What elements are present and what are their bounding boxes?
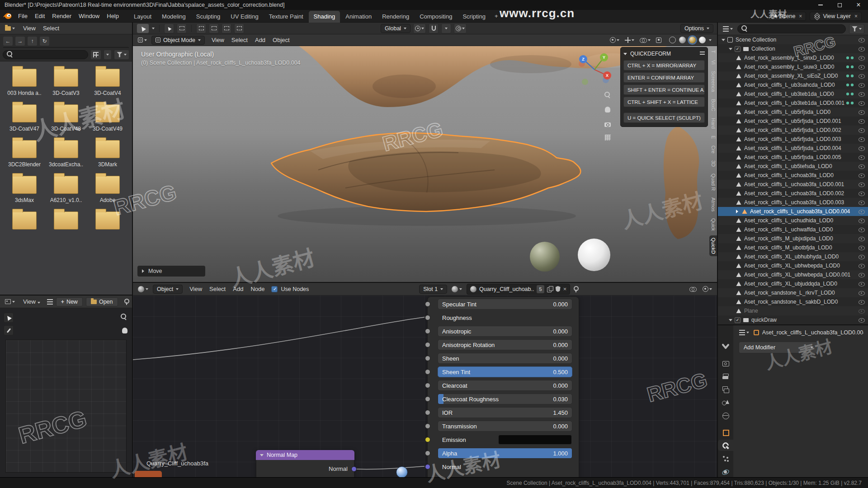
- value-slider[interactable]: Anisotropic 0.000: [438, 326, 572, 337]
- editor-type-dropdown[interactable]: [738, 329, 750, 336]
- menu-item[interactable]: Window: [75, 11, 103, 21]
- menu-item[interactable]: Select: [206, 284, 229, 294]
- input-socket[interactable]: [425, 315, 430, 320]
- outliner-row[interactable]: Aset_rock_cliffs_XL_ubjuddqda_LOD0: [718, 279, 868, 288]
- view-layer-tab[interactable]: [718, 384, 733, 395]
- eye-icon[interactable]: [858, 36, 865, 43]
- folder-item[interactable]: 3DC2Blender: [4, 140, 45, 168]
- camera-view-icon[interactable]: [602, 118, 613, 129]
- input-socket[interactable]: [425, 437, 430, 442]
- menu-item[interactable]: View: [19, 23, 39, 33]
- value-slider[interactable]: Anisotropic Rotation 0.000: [438, 339, 572, 350]
- shortcut-button[interactable]: CTRL + X = MIRROR/ARRAY: [623, 60, 705, 70]
- proportional-edit-toggle[interactable]: [454, 23, 467, 33]
- shader-input-row[interactable]: Roughness: [438, 312, 572, 323]
- outliner-row[interactable]: Aset_rock_cliffs_L_ub5rfjsda_LOD0.002: [718, 126, 868, 135]
- modifiers-tab[interactable]: [718, 440, 733, 451]
- sidebar-tab[interactable]: Screenca: [709, 69, 717, 94]
- eye-icon[interactable]: [858, 163, 865, 170]
- shortcut-button[interactable]: ENTER = CONFIRM ARRAY: [623, 72, 705, 83]
- disclosure-icon[interactable]: [729, 319, 735, 321]
- outliner-row[interactable]: Aset_rock_assembly_XL_siEoZ_LOD0: [718, 71, 868, 80]
- collection-checkbox[interactable]: [735, 317, 741, 323]
- rendered-shading-icon[interactable]: [699, 37, 706, 43]
- sidebar-tab[interactable]: Quad R: [709, 171, 717, 193]
- outliner-row[interactable]: Plane: [718, 306, 868, 315]
- value-slider[interactable]: Normal: [438, 461, 572, 472]
- shader-input-row[interactable]: Anisotropic Rotation 0.000: [438, 339, 572, 350]
- active-tool-button[interactable]: [137, 23, 149, 33]
- image-canvas[interactable]: [5, 340, 127, 473]
- snap-target-dropdown[interactable]: [441, 23, 451, 33]
- nav-button[interactable]: →: [15, 36, 25, 46]
- browse-material-dropdown[interactable]: [450, 285, 463, 293]
- sidebar-tab[interactable]: T: [709, 48, 717, 56]
- eye-icon[interactable]: [858, 90, 865, 98]
- white-sphere-object[interactable]: [578, 239, 610, 271]
- folder-item[interactable]: 3D-CoatV47: [4, 104, 45, 132]
- new-image-button[interactable]: New: [56, 297, 83, 306]
- folder-item[interactable]: [4, 211, 45, 233]
- outliner-row[interactable]: quickDraw: [718, 315, 868, 324]
- nav-button[interactable]: ↑: [27, 36, 38, 46]
- tweak-tool-button[interactable]: [4, 313, 14, 323]
- editor-type-dropdown[interactable]: [137, 37, 148, 43]
- slot-dropdown[interactable]: Slot 1: [419, 285, 447, 294]
- eye-icon[interactable]: [858, 63, 865, 70]
- view-layer-selector[interactable]: View Layer ×: [810, 12, 862, 21]
- collection-checkbox[interactable]: [735, 46, 741, 52]
- value-slider[interactable]: Transmission 0.000: [438, 421, 572, 432]
- shader-input-row[interactable]: Normal: [438, 461, 572, 472]
- particles-tab[interactable]: [718, 453, 733, 464]
- color-swatch[interactable]: [498, 435, 572, 445]
- workspace-tab[interactable]: UV Editing: [226, 11, 263, 23]
- scene-selector[interactable]: Scene ×: [767, 12, 806, 21]
- output-tab[interactable]: [718, 371, 733, 382]
- pivot-point-dropdown[interactable]: [413, 23, 426, 33]
- eye-icon[interactable]: [858, 208, 865, 215]
- object-tab[interactable]: [718, 427, 733, 438]
- value-slider[interactable]: Emission: [438, 434, 572, 445]
- sidebar-tab[interactable]: Atmos: [709, 195, 717, 214]
- tool-tab[interactable]: [718, 341, 733, 352]
- folder-item[interactable]: 3D-CoatV4: [87, 69, 128, 96]
- disclosure-icon[interactable]: [722, 39, 727, 41]
- eye-icon[interactable]: [858, 307, 865, 314]
- node-canvas[interactable]: Quarry_Cliff_uchoab3fa Normal Map Normal: [133, 296, 717, 478]
- eye-icon[interactable]: [858, 45, 865, 52]
- pan-hand-icon[interactable]: [122, 327, 127, 335]
- quickdeform-panel-header[interactable]: QUICKDEFORM: [623, 49, 705, 58]
- filter-toggle[interactable]: [114, 50, 129, 60]
- shortcut-button[interactable]: SHIFT + ENTER = CONTINUE A...: [623, 84, 705, 95]
- menu-item[interactable]: Add: [251, 35, 269, 45]
- outliner-row[interactable]: Aset_rock_cliffs_M_ubotbfjda_LOD0: [718, 243, 868, 252]
- output-socket[interactable]: [351, 466, 357, 472]
- snapping-toggle[interactable]: [688, 286, 698, 293]
- workspace-tab[interactable]: Rendering: [377, 11, 414, 23]
- outliner-row[interactable]: Aset_rock_cliffs_L_uchwaffda_LOD0: [718, 225, 868, 234]
- value-slider[interactable]: Roughness: [438, 312, 572, 323]
- value-slider[interactable]: Specular Tint 0.000: [438, 299, 572, 310]
- outliner-row[interactable]: Aset_rock_assembly_L_sinxD_LOD0: [718, 53, 868, 62]
- outliner-row[interactable]: Aset_rock_assembly_L_siuw3_LOD0: [718, 62, 868, 71]
- eye-icon[interactable]: [858, 226, 865, 233]
- outliner-row[interactable]: Aset_rock_cliffs_L_uchoab3fa_LOD0: [718, 171, 868, 180]
- value-slider[interactable]: IOR 1.450: [438, 407, 572, 418]
- menu-item[interactable]: Add: [229, 284, 247, 294]
- outliner-filter-button[interactable]: [849, 24, 864, 34]
- shader-input-row[interactable]: Sheen 0.000: [438, 353, 572, 364]
- sidebar-tab[interactable]: E: [709, 133, 717, 141]
- folder-item[interactable]: 003 Honda a..: [4, 69, 45, 96]
- select-op-new[interactable]: [196, 23, 206, 33]
- xray-toggle[interactable]: [655, 37, 663, 44]
- folder-item[interactable]: Adobe: [87, 176, 128, 203]
- workspace-tab[interactable]: Texture Paint: [264, 11, 308, 23]
- input-socket[interactable]: [425, 356, 430, 361]
- eye-icon[interactable]: [858, 199, 865, 206]
- eye-icon[interactable]: [858, 127, 865, 134]
- folder-item[interactable]: [87, 211, 128, 233]
- sidebar-tab[interactable]: QuickD: [709, 235, 717, 256]
- pin-icon[interactable]: [124, 299, 128, 305]
- select-op-subtract[interactable]: [222, 23, 231, 33]
- navigation-gizmo[interactable]: X Y Z: [576, 50, 613, 88]
